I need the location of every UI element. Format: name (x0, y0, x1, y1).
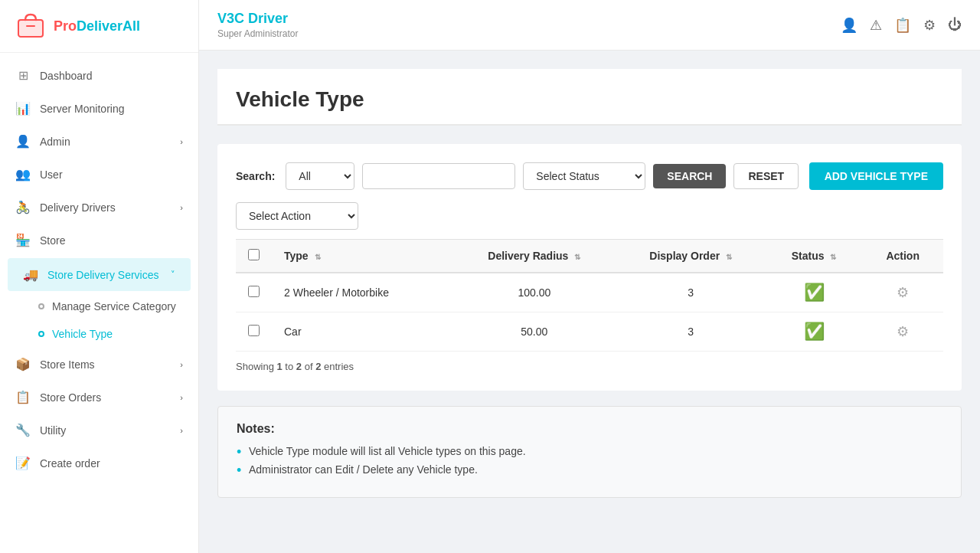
notes-item: Vehicle Type module will list all Vehicl… (237, 445, 942, 457)
alert-icon[interactable]: ⚠ (870, 17, 882, 34)
store-icon: 🏪 (15, 233, 31, 247)
row-status: ✅ (766, 312, 863, 352)
row-display-order: 3 (616, 312, 766, 352)
user-icon[interactable]: 👤 (841, 17, 858, 34)
th-status[interactable]: Status ⇅ (766, 240, 863, 273)
sidebar-item-label: Store Orders (40, 391, 101, 404)
row-delivery-radius: 100.00 (452, 273, 616, 312)
sidebar-item-utility[interactable]: 🔧 Utility › (0, 414, 198, 447)
truck-icon: 🚚 (23, 267, 38, 282)
pagination-info: Showing 1 to 2 of 2 entries (236, 361, 943, 372)
sidebar-item-create-order[interactable]: 📝 Create order (0, 447, 198, 479)
status-select[interactable]: Select Status Active Inactive (523, 162, 645, 190)
sort-icon: ⇅ (574, 253, 580, 261)
main-card: Search: All Select Status Active Inactiv… (217, 144, 962, 391)
create-order-icon: 📝 (15, 456, 31, 470)
search-label: Search: (236, 170, 275, 182)
logo: ProDeliverAll (0, 0, 198, 53)
reset-button[interactable]: RESET (733, 163, 799, 189)
sidebar-item-label: Utility (40, 424, 66, 437)
row-action-cell: ⚙ (862, 312, 943, 352)
topbar-title: V3C Driver (217, 11, 298, 27)
pagination-total: 2 (315, 361, 321, 372)
users-icon: 👥 (15, 167, 31, 182)
sidebar-item-store-orders[interactable]: 📋 Store Orders › (0, 381, 198, 414)
row-checkbox-cell (236, 273, 272, 312)
sidebar-item-store-delivery-services[interactable]: 🚚 Store Delivery Services ˅ (8, 258, 191, 291)
notes-list: Vehicle Type module will list all Vehicl… (237, 445, 942, 476)
power-icon[interactable]: ⏻ (948, 17, 962, 33)
th-delivery-radius[interactable]: Delivery Radius ⇅ (452, 240, 616, 273)
sidebar-item-admin[interactable]: 👤 Admin › (0, 125, 198, 158)
admin-icon: 👤 (15, 134, 31, 149)
sidebar-item-vehicle-type[interactable]: Vehicle Type (0, 320, 198, 348)
topbar-info: V3C Driver Super Administrator (217, 11, 298, 39)
select-all-checkbox[interactable] (248, 249, 260, 260)
search-input[interactable] (362, 163, 515, 189)
action-row: Select Action Delete Selected (236, 202, 943, 230)
add-vehicle-type-button[interactable]: ADD VEHICLE TYPE (809, 162, 943, 190)
sidebar-item-delivery-drivers[interactable]: 🚴 Delivery Drivers › (0, 191, 198, 224)
logo-text: ProDeliverAll (54, 18, 140, 34)
chevron-down-icon: ˅ (171, 270, 175, 280)
table-header-row: Type ⇅ Delivery Radius ⇅ Display Order ⇅ (236, 240, 943, 273)
status-active-icon: ✅ (804, 322, 825, 341)
sidebar-item-user[interactable]: 👥 User (0, 158, 198, 191)
pagination-from: 1 (277, 361, 283, 372)
sidebar-item-label: Dashboard (40, 70, 93, 82)
sidebar-nav: ⊞ Dashboard 📊 Server Monitoring 👤 Admin … (0, 53, 198, 553)
sidebar-item-dashboard[interactable]: ⊞ Dashboard (0, 59, 198, 92)
row-delivery-radius: 50.00 (452, 312, 616, 352)
pagination-to: 2 (296, 361, 302, 372)
chevron-right-icon: › (180, 137, 183, 146)
row-checkbox[interactable] (248, 286, 260, 297)
chevron-right-icon: › (180, 393, 183, 402)
notes-card: Notes: Vehicle Type module will list all… (217, 406, 962, 498)
th-display-order[interactable]: Display Order ⇅ (616, 240, 766, 273)
th-type[interactable]: Type ⇅ (272, 240, 452, 273)
chevron-right-icon: › (180, 203, 183, 212)
sort-icon: ⇅ (315, 253, 321, 261)
sidebar-item-label: Server Monitoring (40, 103, 125, 115)
sidebar-item-store-items[interactable]: 📦 Store Items › (0, 348, 198, 381)
row-checkbox-cell (236, 312, 272, 352)
search-button[interactable]: SEARCH (653, 164, 726, 188)
sidebar-item-manage-service-category[interactable]: Manage Service Category (0, 293, 198, 320)
sidebar-item-label: Store Items (40, 358, 95, 371)
dot-icon (38, 303, 44, 309)
edit-icon[interactable]: 📋 (894, 17, 911, 34)
chevron-right-icon: › (180, 426, 183, 435)
sidebar-item-label: Create order (40, 457, 100, 470)
topbar: V3C Driver Super Administrator 👤 ⚠ 📋 ⚙ ⏻ (199, 0, 980, 51)
sidebar-item-server-monitoring[interactable]: 📊 Server Monitoring (0, 92, 198, 125)
sidebar-item-label: Store (40, 234, 65, 247)
gear-icon[interactable]: ⚙ (897, 285, 909, 300)
row-type: 2 Wheeler / Motorbike (272, 273, 452, 312)
svg-rect-0 (18, 20, 43, 37)
table-row: 2 Wheeler / Motorbike 100.00 3 ✅ ⚙ (236, 273, 943, 312)
sidebar-subitem-label: Manage Service Category (52, 300, 176, 312)
table-row: Car 50.00 3 ✅ ⚙ (236, 312, 943, 352)
sidebar-subitem-label: Vehicle Type (52, 328, 113, 340)
th-checkbox (236, 240, 272, 273)
content: Vehicle Type Search: All Select Status A… (199, 51, 980, 553)
dashboard-icon: ⊞ (15, 68, 31, 83)
action-select[interactable]: Select Action Delete Selected (236, 202, 358, 230)
sidebar-item-store[interactable]: 🏪 Store (0, 224, 198, 257)
chart-icon: 📊 (15, 101, 31, 116)
logo-icon (15, 12, 46, 40)
topbar-icons: 👤 ⚠ 📋 ⚙ ⏻ (841, 17, 962, 34)
settings-icon[interactable]: ⚙ (923, 17, 936, 34)
sidebar-item-label: Store Delivery Services (47, 269, 159, 281)
sidebar-item-label: Delivery Drivers (40, 201, 116, 214)
search-filter-select[interactable]: All (286, 162, 354, 190)
row-checkbox[interactable] (248, 325, 260, 336)
search-row: Search: All Select Status Active Inactiv… (236, 162, 943, 190)
vehicle-type-table: Type ⇅ Delivery Radius ⇅ Display Order ⇅ (236, 239, 943, 352)
main: V3C Driver Super Administrator 👤 ⚠ 📋 ⚙ ⏻… (199, 0, 980, 553)
gear-icon[interactable]: ⚙ (897, 324, 909, 339)
box-icon: 📦 (15, 357, 31, 371)
sidebar: ProDeliverAll ⊞ Dashboard 📊 Server Monit… (0, 0, 199, 553)
sidebar-item-label: Admin (40, 136, 70, 148)
chevron-right-icon: › (180, 360, 183, 369)
